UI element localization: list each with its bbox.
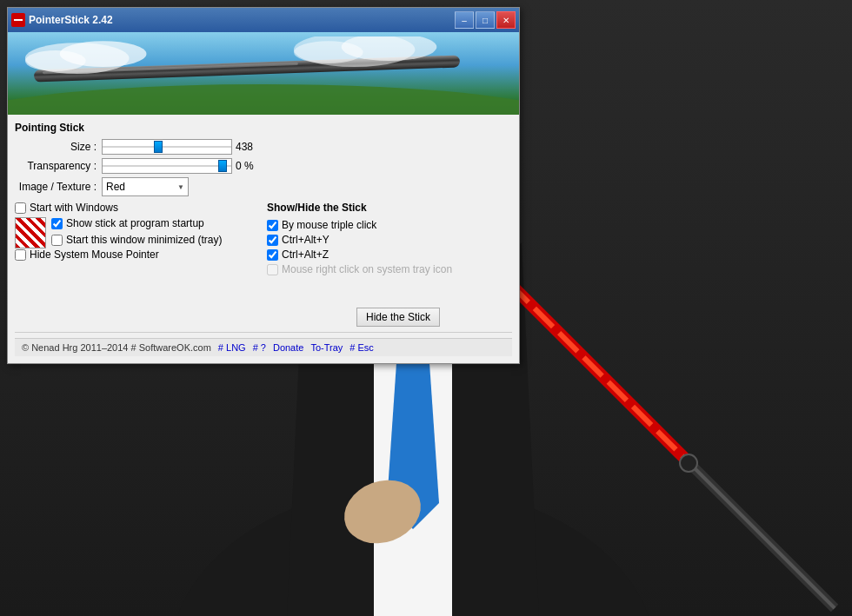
- by-mouse-triple-label: By mouse triple click: [282, 219, 376, 231]
- hash-q-link[interactable]: # ?: [253, 342, 266, 353]
- lng-link[interactable]: # LNG: [218, 342, 246, 353]
- start-minimized-label: Start this window minimized (tray): [66, 234, 222, 246]
- pointing-stick-header: Pointing Stick: [15, 122, 512, 134]
- slider-track: [103, 147, 231, 148]
- divider: [15, 332, 512, 333]
- minimize-button[interactable]: –: [455, 11, 474, 29]
- window-title: PointerStick 2.42: [29, 14, 455, 26]
- donate-link[interactable]: Donate: [273, 342, 303, 353]
- texture-dropdown[interactable]: Red ▼: [102, 177, 189, 196]
- copyright-text: © Nenad Hrg 2011–2014 # SoftwareOK.com: [22, 342, 211, 353]
- mouse-right-click-row: Mouse right click on system tray icon: [267, 263, 512, 275]
- texture-label: Image / Texture :: [15, 181, 102, 193]
- title-bar: PointerStick 2.42 – □ ✕: [8, 8, 519, 32]
- size-slider[interactable]: [102, 139, 232, 155]
- transparency-row: Transparency : 0 %: [15, 158, 512, 174]
- icon-check-area: Show stick at program startup Start this…: [15, 217, 260, 248]
- ctrl-alt-y-row: Ctrl+Alt+Y: [267, 234, 512, 246]
- hide-mouse-checkbox[interactable]: [15, 249, 26, 261]
- ctrl-alt-y-checkbox[interactable]: [267, 235, 278, 246]
- hide-stick-button[interactable]: Hide the Stick: [356, 308, 440, 327]
- show-hide-header: Show/Hide the Stick: [267, 202, 512, 214]
- left-column: Start with Windows Show stick at program…: [15, 202, 260, 327]
- app-icon-titlebar: [11, 13, 25, 27]
- start-minimized-checkbox[interactable]: [51, 235, 63, 246]
- hide-mouse-label: Hide System Mouse Pointer: [30, 248, 159, 261]
- show-hide-section: Show/Hide the Stick By mouse triple clic…: [267, 202, 512, 327]
- to-tray-link[interactable]: To-Tray: [310, 342, 343, 353]
- size-row: Size : 438: [15, 139, 512, 155]
- show-stick-startup-checkbox[interactable]: [51, 218, 63, 229]
- by-mouse-triple-checkbox[interactable]: [267, 220, 278, 231]
- show-stick-startup-label: Show stick at program startup: [66, 217, 204, 229]
- main-content: Pointing Stick Size : 438 Transparency :…: [8, 115, 519, 363]
- texture-row: Image / Texture : Red ▼: [15, 177, 512, 196]
- ctrl-alt-z-row: Ctrl+Alt+Z: [267, 248, 512, 261]
- ctrl-alt-y-label: Ctrl+Alt+Y: [282, 234, 329, 246]
- start-with-windows-label: Start with Windows: [30, 202, 118, 214]
- window-controls: – □ ✕: [455, 11, 516, 29]
- slider-thumb[interactable]: [154, 141, 163, 153]
- size-slider-container: 438: [102, 139, 512, 155]
- start-minimized-row: Start this window minimized (tray): [51, 234, 222, 246]
- slider-track-2: [103, 166, 231, 167]
- bottom-bar: © Nenad Hrg 2011–2014 # SoftwareOK.com #…: [15, 338, 512, 356]
- svg-point-21: [294, 41, 363, 63]
- options-columns: Start with Windows Show stick at program…: [15, 202, 512, 327]
- checkbox-group: Show stick at program startup Start this…: [51, 217, 222, 248]
- transparency-thumb[interactable]: [218, 160, 227, 172]
- banner-image: [8, 32, 519, 115]
- mouse-right-click-label: Mouse right click on system tray icon: [282, 263, 452, 275]
- mouse-right-click-checkbox[interactable]: [267, 264, 278, 275]
- transparency-slider-container: 0 %: [102, 158, 512, 174]
- svg-point-18: [25, 50, 86, 71]
- close-button[interactable]: ✕: [496, 11, 516, 29]
- hide-mouse-row: Hide System Mouse Pointer: [15, 248, 260, 261]
- start-with-windows-row: Start with Windows: [15, 202, 260, 214]
- show-stick-startup-row: Show stick at program startup: [51, 217, 222, 229]
- size-value: 438: [236, 141, 253, 153]
- app-icon-main: [15, 217, 46, 248]
- transparency-label: Transparency :: [15, 160, 102, 172]
- svg-point-13: [680, 454, 697, 472]
- ctrl-alt-z-label: Ctrl+Alt+Z: [282, 248, 329, 261]
- app-window: PointerStick 2.42 – □ ✕ Pointing Stick S…: [7, 7, 520, 364]
- transparency-value: 0 %: [236, 160, 254, 172]
- banner-clouds: [8, 36, 519, 115]
- svg-line-11: [687, 460, 835, 608]
- svg-point-22: [8, 84, 519, 115]
- chevron-down-icon: ▼: [177, 183, 184, 191]
- size-label: Size :: [15, 141, 102, 153]
- start-with-windows-checkbox[interactable]: [15, 202, 26, 214]
- ctrl-alt-z-checkbox[interactable]: [267, 249, 278, 261]
- transparency-slider[interactable]: [102, 158, 232, 174]
- maximize-button[interactable]: □: [476, 11, 495, 29]
- right-column: Show/Hide the Stick By mouse triple clic…: [267, 202, 512, 327]
- esc-link[interactable]: # Esc: [349, 342, 374, 353]
- texture-value: Red: [106, 181, 125, 193]
- by-mouse-triple-row: By mouse triple click: [267, 219, 512, 231]
